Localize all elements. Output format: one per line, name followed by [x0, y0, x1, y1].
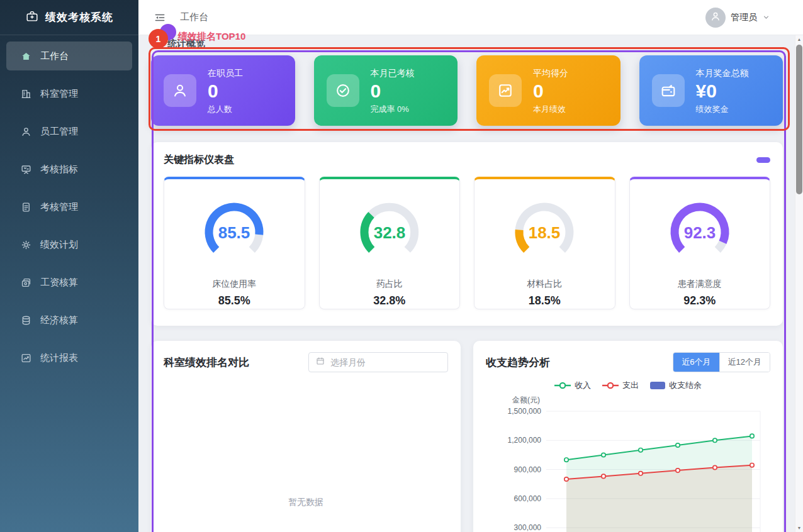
kpi-panel-title: 关键指标仪表盘 [164, 153, 234, 167]
sidebar-item-5[interactable]: 绩效计划 [6, 230, 132, 259]
gauge-value: 85.5 [218, 223, 250, 242]
stat-card-icon-tile [489, 74, 522, 107]
sidebar-item-1[interactable]: 科室管理 [6, 79, 132, 108]
gauge-card-0: 85.5床位使用率85.5% [164, 177, 305, 309]
sidebar-item-label: 统计报表 [40, 352, 78, 364]
legend-label: 收入 [575, 380, 591, 391]
stat-card-icon-tile [164, 74, 196, 107]
trend-panel: 收支趋势分析 近6个月近12个月 收入支出收支结余 金额(元)1,500,000… [473, 341, 783, 532]
range-button-0[interactable]: 近6个月 [673, 353, 719, 372]
legend-item-1[interactable]: 支出 [602, 380, 639, 391]
y-tick-label: 900,000 [514, 465, 542, 474]
sidebar-item-label: 工资核算 [40, 277, 78, 289]
dept-panel-title: 科室绩效排名对比 [164, 355, 249, 370]
stat-card-value: 0 [208, 82, 243, 101]
user-icon [171, 82, 189, 99]
gauge-chart: 92.3 [649, 194, 750, 257]
sidebar-item-label: 员工管理 [40, 126, 78, 138]
legend-item-2[interactable]: 收支结余 [650, 380, 702, 391]
stat-card-title: 在职员工 [208, 69, 243, 77]
scrollbar[interactable]: ▲ ▼ [795, 35, 803, 532]
sidebar-item-6[interactable]: 工资核算 [6, 268, 132, 297]
main-content: 统计概览 在职员工0总人数本月已考核0完成率 0%平均得分0本月绩效本月奖金总额… [138, 35, 795, 532]
empty-state-text: 暂无数据 [164, 497, 448, 508]
gauge-chart: 85.5 [184, 194, 284, 257]
gauge-percent: 92.3% [630, 294, 770, 308]
app-title: 绩效考核系统 [45, 10, 113, 25]
topbar: 工作台 管理员 [138, 0, 803, 35]
stat-card-subtitle: 本月绩效 [533, 105, 568, 113]
breadcrumb: 工作台 [180, 11, 208, 23]
sidebar-item-0[interactable]: 工作台 [6, 42, 132, 70]
salary-icon [20, 277, 32, 289]
sidebar: 绩效考核系统 工作台科室管理员工管理考核指标考核管理绩效计划工资核算经济核算统计… [0, 0, 138, 532]
sidebar-item-label: 经济核算 [40, 314, 78, 326]
fold-icon[interactable] [154, 11, 166, 24]
y-tick-label: 1,500,000 [508, 407, 542, 416]
range-toggle: 近6个月近12个月 [673, 352, 770, 372]
scroll-up-arrow[interactable]: ▲ [795, 35, 803, 43]
overview-stats-row: 在职员工0总人数本月已考核0完成率 0%平均得分0本月绩效本月奖金总额¥0绩效奖… [151, 55, 783, 126]
trend-chart: 金额(元)1,500,0001,200,000900,000600,000300… [486, 392, 766, 532]
stat-card-1: 本月已考核0完成率 0% [314, 55, 458, 126]
user-menu[interactable]: 管理员 [705, 8, 770, 28]
gauge-label: 药占比 [320, 279, 460, 290]
check-circle-icon [334, 82, 352, 99]
sidebar-item-label: 科室管理 [40, 88, 78, 100]
month-input[interactable] [329, 357, 441, 368]
stat-card-2: 平均得分0本月绩效 [476, 55, 620, 126]
sidebar-item-2[interactable]: 员工管理 [6, 117, 132, 146]
gauge-percent: 18.5% [474, 294, 615, 308]
dept-ranking-panel: 科室绩效排名对比 暂无数据 [151, 341, 461, 532]
kpi-panel-pill [756, 157, 770, 163]
sidebar-item-label: 考核管理 [40, 201, 78, 213]
stat-card-icon-tile [327, 74, 359, 107]
bottom-row: 科室绩效排名对比 暂无数据 收支趋势分析 近6个月近12个月 收入支出收支结余 … [151, 341, 783, 532]
stat-card-title: 本月已考核 [371, 69, 415, 77]
month-picker[interactable] [308, 352, 448, 372]
person-icon [709, 10, 722, 23]
gauge-card-3: 92.3患者满意度92.3% [629, 177, 771, 309]
database-icon [20, 314, 32, 326]
wallet-icon [660, 82, 677, 99]
stat-card-value: 0 [533, 82, 568, 101]
sidebar-item-4[interactable]: 考核管理 [6, 192, 132, 221]
stat-card-subtitle: 完成率 0% [371, 105, 415, 113]
y-tick-label: 1,200,000 [508, 436, 542, 445]
gauge-card-1: 32.8药占比32.8% [319, 177, 461, 309]
gauge-label: 床位使用率 [164, 279, 305, 290]
document-icon [20, 201, 32, 213]
user-name: 管理员 [731, 12, 757, 23]
gear-icon [20, 239, 32, 251]
legend-line-marker [602, 382, 619, 389]
gauge-value: 32.8 [373, 223, 405, 242]
home-icon [20, 50, 32, 62]
scrollbar-thumb[interactable] [796, 45, 802, 194]
trend-icon [497, 82, 514, 99]
stat-card-title: 本月奖金总额 [696, 69, 749, 77]
sidebar-menu: 工作台科室管理员工管理考核指标考核管理绩效计划工资核算经济核算统计报表 [0, 35, 138, 372]
gauge-value: 92.3 [683, 223, 716, 242]
calendar-icon [315, 356, 325, 366]
chevron-down-icon[interactable] [762, 13, 770, 21]
stat-card-title: 平均得分 [533, 69, 568, 77]
sidebar-item-label: 绩效计划 [40, 239, 78, 251]
stat-card-3: 本月奖金总额¥0绩效奖金 [639, 55, 783, 126]
gauge-chart: 32.8 [339, 194, 440, 257]
kpi-panel: 关键指标仪表盘 85.5床位使用率85.5%32.8药占比32.8%18.5材料… [151, 142, 783, 326]
gauge-card-2: 18.5材料占比18.5% [474, 177, 615, 309]
sidebar-item-8[interactable]: 统计报表 [6, 343, 132, 372]
stat-card-value: ¥0 [696, 82, 749, 101]
range-button-1[interactable]: 近12个月 [720, 353, 770, 372]
gauge-label: 材料占比 [474, 279, 615, 290]
stat-card-0: 在职员工0总人数 [151, 55, 295, 126]
gauge-chart: 18.5 [494, 194, 595, 257]
sidebar-item-7[interactable]: 经济核算 [6, 306, 132, 335]
gauge-row: 85.5床位使用率85.5%32.8药占比32.8%18.5材料占比18.5%9… [164, 177, 770, 309]
sidebar-item-3[interactable]: 考核指标 [6, 155, 132, 184]
report-icon [20, 352, 32, 364]
scroll-down-arrow[interactable]: ▼ [795, 524, 803, 532]
legend-item-0[interactable]: 收入 [554, 380, 591, 391]
gauge-percent: 85.5% [164, 294, 305, 308]
legend-bar-marker [650, 382, 665, 389]
